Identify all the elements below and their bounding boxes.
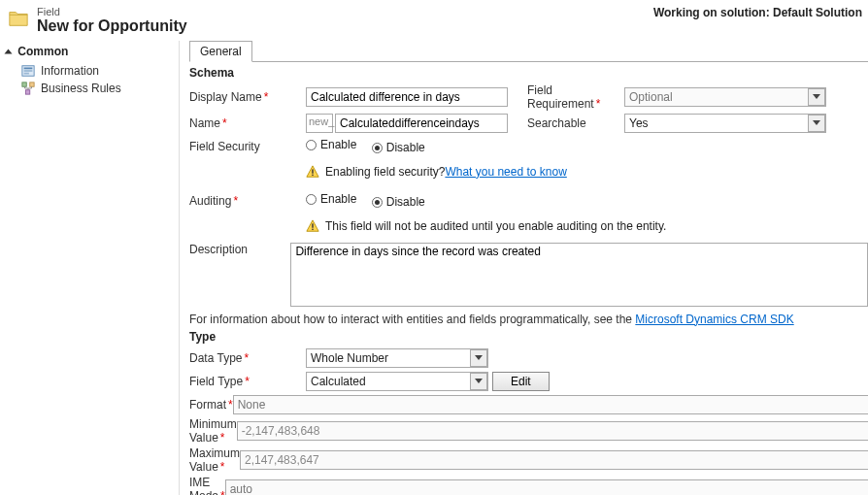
select-value: None — [238, 398, 266, 412]
chevron-down-icon[interactable] — [808, 88, 825, 106]
sidebar: Common Information Business Rules — [0, 41, 180, 495]
folder-icon — [8, 8, 29, 29]
chevron-down-icon[interactable] — [470, 373, 487, 390]
field-security-label: Field Security — [189, 140, 306, 153]
data-type-select[interactable]: Whole Number — [306, 348, 488, 368]
searchable-label: Searchable — [508, 116, 624, 130]
tab-strip: General — [189, 41, 868, 62]
select-value: auto — [230, 482, 252, 495]
sdk-link[interactable]: Microsoft Dynamics CRM SDK — [635, 313, 793, 326]
main-pane: General Schema Display Name* Field Requi… — [180, 41, 868, 495]
select-value: Calculated — [311, 375, 366, 388]
warning-icon — [306, 165, 319, 179]
svg-rect-6 — [25, 89, 29, 93]
page-title: New for Opportunity — [37, 17, 653, 35]
warning-icon — [306, 219, 319, 233]
select-value: Yes — [629, 116, 649, 130]
name-label: Name* — [189, 116, 306, 130]
field-security-hint-text: Enabling field security? — [325, 165, 445, 179]
chevron-down-icon[interactable] — [808, 115, 825, 132]
name-prefix: new_ — [306, 114, 333, 133]
auditing-hint-text: This field will not be audited until you… — [325, 219, 666, 233]
solution-label: Working on solution: Default Solution — [653, 6, 862, 19]
format-select[interactable]: None — [233, 395, 868, 414]
select-value: Optional — [629, 90, 673, 104]
radio-label: Disable — [386, 195, 425, 209]
section-schema: Schema — [189, 66, 868, 80]
svg-rect-8 — [312, 174, 313, 175]
searchable-select[interactable]: Yes — [624, 114, 826, 133]
max-value-input[interactable] — [240, 450, 868, 470]
entity-type-label: Field — [37, 6, 653, 17]
svg-rect-5 — [30, 82, 34, 85]
sidebar-section-common[interactable]: Common — [0, 45, 179, 62]
auditing-label: Auditing* — [189, 194, 306, 208]
field-type-select[interactable]: Calculated — [306, 372, 488, 391]
field-security-enable-radio[interactable]: Enable — [306, 138, 356, 151]
auditing-enable-radio[interactable]: Enable — [306, 192, 356, 206]
ime-mode-label: IME Mode* — [189, 476, 225, 495]
radio-label: Enable — [320, 192, 356, 206]
svg-rect-3 — [24, 72, 29, 74]
svg-rect-7 — [312, 169, 313, 173]
collapse-icon — [5, 50, 13, 54]
field-requirement-label: Field Requirement* — [508, 83, 624, 111]
sidebar-item-information[interactable]: Information — [0, 62, 179, 80]
radio-label: Disable — [386, 141, 425, 154]
rules-icon — [21, 82, 35, 95]
svg-rect-9 — [312, 223, 313, 227]
field-security-hint-link[interactable]: What you need to know — [445, 165, 566, 179]
format-label: Format* — [189, 398, 233, 412]
description-label: Description — [189, 243, 290, 256]
svg-rect-1 — [24, 67, 33, 69]
section-type: Type — [189, 330, 868, 344]
max-value-label: Maximum Value* — [189, 446, 240, 474]
sidebar-item-label: Business Rules — [41, 82, 121, 95]
page-header: Field New for Opportunity Working on sol… — [0, 0, 868, 41]
form-icon — [21, 64, 35, 78]
select-value: Whole Number — [311, 351, 388, 365]
tab-general[interactable]: General — [189, 41, 252, 62]
field-security-disable-radio[interactable]: Disable — [372, 141, 425, 154]
sidebar-item-label: Information — [41, 64, 99, 78]
auditing-disable-radio[interactable]: Disable — [372, 195, 425, 209]
ime-mode-select[interactable]: auto — [225, 479, 868, 495]
data-type-label: Data Type* — [189, 351, 306, 365]
min-value-label: Minimum Value* — [189, 417, 237, 445]
display-name-label: Display Name* — [189, 90, 306, 104]
svg-rect-10 — [312, 228, 313, 229]
radio-label: Enable — [320, 138, 356, 151]
name-input[interactable] — [335, 114, 508, 133]
edit-button[interactable]: Edit — [492, 372, 550, 391]
sidebar-item-business-rules[interactable]: Business Rules — [0, 80, 179, 97]
svg-rect-2 — [24, 70, 33, 72]
sdk-info-text: For information about how to interact wi… — [189, 313, 635, 326]
description-textarea[interactable]: Difference in days since the record was … — [290, 243, 868, 307]
sidebar-section-label: Common — [17, 45, 68, 58]
min-value-input[interactable] — [237, 421, 868, 441]
svg-rect-4 — [22, 82, 26, 85]
field-type-label: Field Type* — [189, 375, 306, 388]
field-requirement-select[interactable]: Optional — [624, 87, 826, 107]
display-name-input[interactable] — [306, 87, 508, 107]
chevron-down-icon[interactable] — [470, 349, 487, 367]
